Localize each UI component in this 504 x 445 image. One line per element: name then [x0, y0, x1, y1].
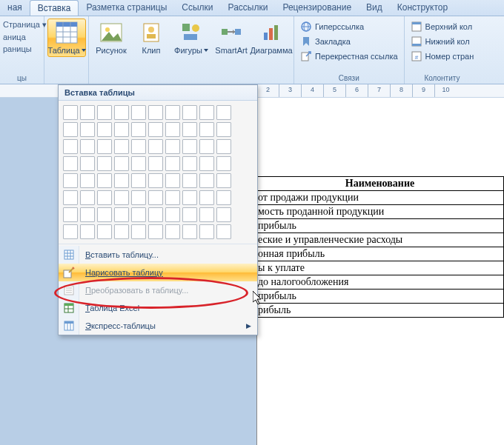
grid-cell[interactable]	[114, 122, 129, 137]
table-row[interactable]: ы к уплате	[258, 261, 504, 275]
grid-cell[interactable]	[80, 122, 95, 137]
chart-button[interactable]: Диаграмма	[252, 19, 291, 57]
grid-cell[interactable]	[80, 156, 95, 171]
grid-cell[interactable]	[80, 139, 95, 154]
grid-cell[interactable]	[80, 207, 95, 222]
grid-cell[interactable]	[199, 190, 214, 205]
grid-cell[interactable]	[97, 139, 112, 154]
grid-cell[interactable]	[165, 139, 180, 154]
grid-cell[interactable]	[114, 156, 129, 171]
hyperlink-button[interactable]: Гиперссылка	[297, 20, 401, 33]
dropdown-item-draw[interactable]: Нарисовать таблицу	[59, 264, 257, 281]
grid-cell[interactable]	[182, 190, 197, 205]
grid-cell[interactable]	[165, 224, 180, 239]
grid-cell[interactable]	[216, 156, 231, 171]
grid-cell[interactable]	[216, 190, 231, 205]
header-button[interactable]: Верхний кол	[408, 20, 477, 33]
grid-cell[interactable]	[114, 207, 129, 222]
grid-cell[interactable]	[131, 156, 146, 171]
table-row[interactable]: онная прибыль	[258, 247, 504, 261]
grid-cell[interactable]	[114, 173, 129, 188]
grid-cell[interactable]	[148, 122, 163, 137]
dropdown-item-quick[interactable]: Экспресс-таблицы▶	[59, 317, 257, 335]
grid-cell[interactable]	[131, 224, 146, 239]
page-number-button[interactable]: # Номер стран	[408, 50, 477, 63]
table-row[interactable]: прибыль	[258, 290, 504, 304]
grid-cell[interactable]	[199, 207, 214, 222]
tab-review[interactable]: Рецензирование	[275, 0, 359, 16]
grid-cell[interactable]	[216, 139, 231, 154]
grid-cell[interactable]	[97, 224, 112, 239]
grid-cell[interactable]	[182, 207, 197, 222]
grid-cell[interactable]	[97, 105, 112, 120]
grid-cell[interactable]	[148, 207, 163, 222]
grid-cell[interactable]	[63, 190, 78, 205]
document-page[interactable]: Наименование от продажи продукции мость …	[256, 98, 504, 445]
table-button[interactable]: Таблица	[47, 19, 86, 57]
grid-cell[interactable]	[182, 139, 197, 154]
document-table[interactable]: Наименование от продажи продукции мость …	[257, 176, 504, 318]
grid-cell[interactable]	[97, 190, 112, 205]
insert-table-grid[interactable]	[63, 105, 253, 239]
grid-cell[interactable]	[80, 105, 95, 120]
grid-cell[interactable]	[114, 190, 129, 205]
grid-cell[interactable]	[182, 122, 197, 137]
grid-cell[interactable]	[63, 207, 78, 222]
grid-cell[interactable]	[63, 122, 78, 137]
grid-cell[interactable]	[63, 105, 78, 120]
grid-cell[interactable]	[114, 105, 129, 120]
grid-cell[interactable]	[148, 190, 163, 205]
clip-button[interactable]: Клип	[132, 19, 170, 57]
grid-cell[interactable]	[148, 139, 163, 154]
table-row[interactable]: до налогообложения	[258, 275, 504, 290]
cover-page[interactable]: Страница ▾	[3, 19, 41, 31]
picture-button[interactable]: Рисунок	[92, 19, 130, 57]
grid-cell[interactable]	[148, 173, 163, 188]
grid-cell[interactable]	[199, 122, 214, 137]
table-row[interactable]: прибыль	[258, 219, 504, 233]
grid-cell[interactable]	[216, 207, 231, 222]
grid-cell[interactable]	[199, 224, 214, 239]
crossref-button[interactable]: Перекрестная ссылка	[297, 50, 401, 63]
grid-cell[interactable]	[165, 190, 180, 205]
tab-insert[interactable]: Вставка	[30, 0, 79, 16]
table-row[interactable]: от продажи продукции	[258, 191, 504, 205]
grid-cell[interactable]	[182, 224, 197, 239]
shapes-button[interactable]: Фигуры	[172, 19, 210, 57]
grid-cell[interactable]	[131, 139, 146, 154]
table-header[interactable]: Наименование	[258, 177, 504, 191]
page-break[interactable]: раницы	[3, 43, 41, 55]
tab-design[interactable]: Конструктор	[390, 0, 455, 16]
grid-cell[interactable]	[148, 224, 163, 239]
grid-cell[interactable]	[80, 190, 95, 205]
tab-mailings[interactable]: Рассылки	[221, 0, 276, 16]
grid-cell[interactable]	[97, 207, 112, 222]
grid-cell[interactable]	[63, 224, 78, 239]
grid-cell[interactable]	[131, 173, 146, 188]
grid-cell[interactable]	[199, 173, 214, 188]
grid-cell[interactable]	[216, 105, 231, 120]
grid-cell[interactable]	[63, 156, 78, 171]
bookmark-button[interactable]: Закладка	[297, 35, 401, 48]
blank-page[interactable]: аница	[3, 31, 41, 43]
grid-cell[interactable]	[165, 156, 180, 171]
grid-cell[interactable]	[216, 173, 231, 188]
grid-cell[interactable]	[114, 139, 129, 154]
grid-cell[interactable]	[165, 207, 180, 222]
grid-cell[interactable]	[131, 207, 146, 222]
dropdown-item-insert[interactable]: Вставить таблицу...	[59, 246, 257, 264]
grid-cell[interactable]	[182, 105, 197, 120]
grid-cell[interactable]	[165, 122, 180, 137]
grid-cell[interactable]	[131, 105, 146, 120]
grid-cell[interactable]	[148, 105, 163, 120]
table-row[interactable]: рибыль	[258, 304, 504, 318]
smartart-button[interactable]: SmartArt	[212, 19, 251, 57]
grid-cell[interactable]	[182, 156, 197, 171]
grid-cell[interactable]	[216, 122, 231, 137]
grid-cell[interactable]	[63, 139, 78, 154]
tab-references[interactable]: Ссылки	[174, 0, 220, 16]
grid-cell[interactable]	[97, 173, 112, 188]
grid-cell[interactable]	[80, 173, 95, 188]
grid-cell[interactable]	[131, 122, 146, 137]
grid-cell[interactable]	[216, 224, 231, 239]
